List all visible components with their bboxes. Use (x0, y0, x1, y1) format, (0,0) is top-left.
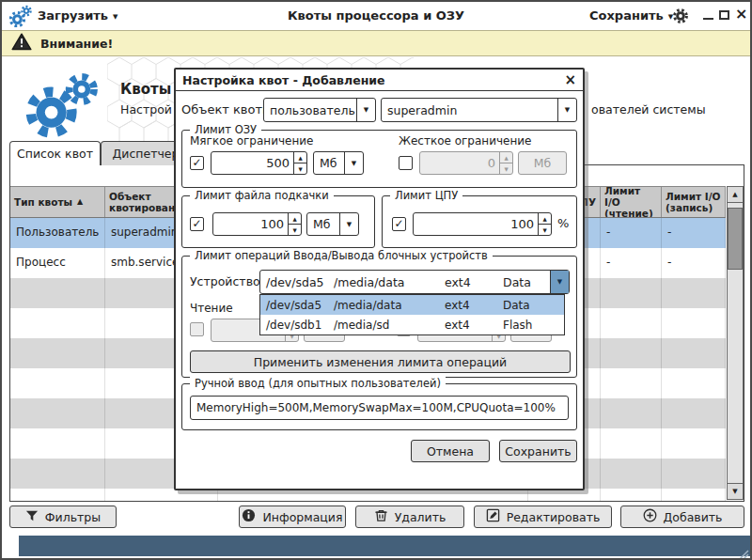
apply-io-limit-button[interactable]: Применить изменения лимита операций (190, 350, 571, 373)
minimize-button[interactable] (703, 18, 713, 20)
button-label: Редактировать (507, 510, 601, 524)
selected-value: superadmin (382, 99, 557, 121)
edit-pencil-icon (486, 508, 500, 525)
spinner-down-icon[interactable]: ▼ (539, 225, 551, 235)
button-label: Добавить (664, 510, 723, 524)
page-description-fragment: ователей системы (591, 102, 706, 117)
add-button[interactable]: Добавить (620, 506, 744, 528)
delete-button[interactable]: Удалить (355, 506, 464, 528)
device-mount: /media/data (328, 275, 439, 289)
swap-limit-group: Лимит файла подкачки ✓ 100 ▲▼ Мб ▼ (181, 195, 375, 248)
titlebar: Загрузить ▼ Квоты процессора и ОЗУ Сохра… (2, 2, 750, 30)
dropdown-arrow-icon[interactable]: ▼ (339, 213, 358, 235)
cell-io-write: - (662, 248, 726, 278)
checkmark-icon: ✓ (192, 217, 201, 230)
table-empty-row (10, 489, 726, 502)
selected-value: пользователь (264, 99, 356, 121)
column-header-io-write[interactable]: Лимит I/O (запись) (662, 187, 726, 217)
resize-grip[interactable] (736, 547, 749, 560)
quota-settings-dialog: Настройка квот - Добавление × Объект кво… (174, 68, 585, 490)
vertical-scrollbar[interactable]: ▲ ▼ (727, 186, 744, 500)
spinner-value: 500 (212, 152, 293, 174)
dropdown-arrow-icon[interactable]: ▼ (550, 271, 569, 293)
close-window-button[interactable]: × (735, 5, 747, 23)
button-label: Применить изменения лимита операций (254, 355, 507, 369)
quota-object-name-select[interactable]: superadmin ▼ (381, 98, 577, 122)
warning-banner: Внимание! (2, 30, 750, 56)
save-button[interactable]: Сохранить (499, 440, 577, 462)
scrollbar-up-icon[interactable]: ▲ (728, 187, 743, 203)
button-label: Сохранить (505, 444, 571, 459)
page-subtitle-fragment: Настрой (120, 102, 172, 117)
button-label: Информация (262, 510, 342, 524)
io-limit-group: Лимит операций Ввода/Вывода блочных устр… (181, 256, 577, 378)
spinner-up-icon[interactable]: ▲ (539, 213, 551, 225)
spinner-value: 100 (213, 213, 288, 235)
warning-text: Внимание! (40, 37, 113, 51)
cpu-limit-spinner[interactable]: 100 ▲▼ (413, 212, 552, 236)
plus-circle-icon (643, 508, 657, 525)
device-option-selected[interactable]: /dev/sda5 /media/data ext4 Data (260, 295, 564, 315)
swap-limit-spinner[interactable]: 100 ▲▼ (212, 212, 302, 236)
tab-label: Диспетчер (113, 147, 180, 161)
edit-button[interactable]: Редактировать (474, 506, 612, 528)
dialog-close-icon[interactable]: × (564, 71, 576, 88)
button-label: Удалить (395, 510, 446, 524)
quota-object-type-select[interactable]: пользователь ▼ (263, 98, 376, 122)
device-select[interactable]: /dev/sda5 /media/data ext4 Data ▼ (259, 270, 570, 294)
settings-gear-icon[interactable] (671, 7, 690, 29)
hard-limit-spinner: 0 ▲▼ (419, 151, 513, 175)
dropdown-arrow-icon[interactable]: ▼ (557, 99, 576, 121)
save-menu-button[interactable]: Сохранить ▼ (589, 8, 673, 23)
button-label: Фильтры (45, 510, 101, 524)
device-label: Устройство: (190, 274, 264, 288)
swap-limit-checkbox[interactable]: ✓ (190, 217, 204, 231)
hard-limit-label: Жесткое ограничение (399, 134, 531, 148)
spinner-down-icon: ▼ (500, 163, 512, 174)
hard-limit-checkbox[interactable] (399, 156, 413, 170)
button-label: Отмена (427, 444, 474, 459)
cancel-button[interactable]: Отмена (411, 440, 490, 462)
quota-object-label: Объект квоты: (181, 102, 276, 117)
soft-limit-spinner[interactable]: 500 ▲▼ (211, 151, 307, 175)
spinner-up-icon[interactable]: ▲ (289, 213, 301, 225)
read-label: Чтение (190, 302, 233, 315)
dropdown-arrow-icon[interactable]: ▼ (344, 152, 363, 174)
device-path: /dev/sdb1 (260, 319, 328, 332)
device-mount: /media/sd (328, 319, 439, 332)
tab-label: Список квот (17, 147, 93, 161)
column-header-io-read[interactable]: Лимит I/O (чтение) (601, 187, 662, 217)
cpu-limit-checkbox[interactable]: ✓ (392, 217, 406, 231)
cell-quota-type: Пользователь (10, 218, 105, 248)
selected-value: Мб (307, 213, 339, 235)
scrollbar-down-icon[interactable]: ▼ (728, 483, 743, 499)
spinner-up-icon[interactable]: ▲ (294, 152, 306, 163)
column-header-quota-type[interactable]: Тип квоты ▲ (10, 187, 105, 217)
tab-quota-list[interactable]: Список квот (9, 141, 101, 165)
info-button[interactable]: Информация (239, 506, 346, 528)
device-name: Data (497, 299, 542, 312)
checkmark-icon: ✓ (192, 156, 201, 169)
spinner-down-icon[interactable]: ▼ (289, 225, 301, 235)
percent-label: % (557, 216, 569, 230)
spinner-down-icon[interactable]: ▼ (294, 163, 306, 174)
selected-value: Мб (314, 152, 344, 174)
soft-limit-unit-select[interactable]: Мб ▼ (313, 151, 364, 175)
device-option[interactable]: /dev/sdb1 /media/sd ext4 Flash (260, 315, 564, 334)
selected-device: /dev/sda5 /media/data ext4 Data (260, 271, 550, 293)
swap-limit-unit-select[interactable]: Мб ▼ (306, 212, 359, 236)
device-path: /dev/sda5 (260, 299, 328, 312)
filter-icon (25, 509, 39, 525)
soft-limit-checkbox[interactable]: ✓ (190, 156, 204, 170)
dropdown-arrow-icon[interactable]: ▼ (356, 99, 375, 121)
cell-io-read: - (601, 218, 662, 248)
spinner-up-icon: ▲ (500, 152, 512, 163)
scrollbar-thumb[interactable] (728, 208, 743, 270)
maximize-button[interactable] (719, 10, 729, 20)
manual-input-field[interactable] (190, 396, 569, 420)
group-title: Лимит ЦПУ (390, 189, 462, 202)
device-dropdown-list: /dev/sda5 /media/data ext4 Data /dev/sdb… (259, 294, 565, 335)
hard-limit-unit-select: Мб (518, 151, 567, 175)
filters-button[interactable]: Фильтры (9, 506, 117, 528)
app-logo-gears (23, 71, 102, 143)
